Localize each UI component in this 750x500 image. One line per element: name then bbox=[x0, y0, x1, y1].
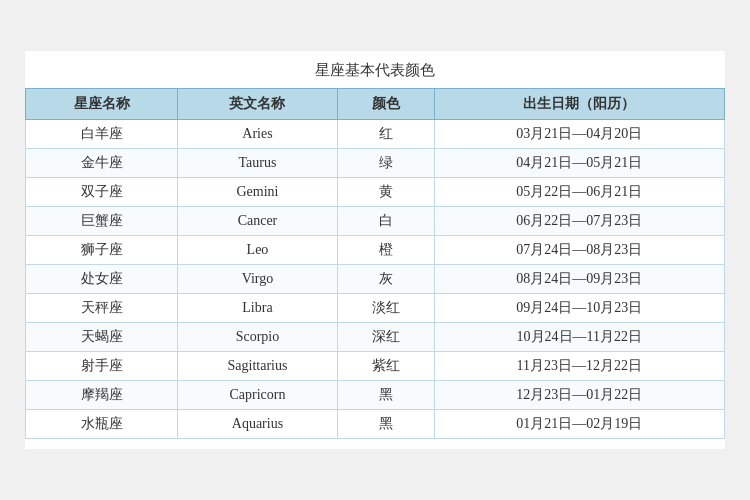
zodiac-color: 深红 bbox=[337, 323, 434, 352]
zodiac-english: Aquarius bbox=[178, 410, 338, 439]
zodiac-dates: 07月24日—08月23日 bbox=[434, 236, 724, 265]
zodiac-color: 绿 bbox=[337, 149, 434, 178]
col-header-english: 英文名称 bbox=[178, 89, 338, 120]
zodiac-dates: 03月21日—04月20日 bbox=[434, 120, 724, 149]
zodiac-name: 天秤座 bbox=[26, 294, 178, 323]
table-header-row: 星座名称 英文名称 颜色 出生日期（阳历） bbox=[26, 89, 725, 120]
table-row: 天秤座Libra淡红09月24日—10月23日 bbox=[26, 294, 725, 323]
table-row: 巨蟹座Cancer白06月22日—07月23日 bbox=[26, 207, 725, 236]
zodiac-english: Sagittarius bbox=[178, 352, 338, 381]
zodiac-english: Capricorn bbox=[178, 381, 338, 410]
zodiac-name: 白羊座 bbox=[26, 120, 178, 149]
zodiac-name: 狮子座 bbox=[26, 236, 178, 265]
zodiac-table: 星座名称 英文名称 颜色 出生日期（阳历） 白羊座Aries红03月21日—04… bbox=[25, 88, 725, 439]
zodiac-dates: 04月21日—05月21日 bbox=[434, 149, 724, 178]
zodiac-name: 摩羯座 bbox=[26, 381, 178, 410]
zodiac-color: 白 bbox=[337, 207, 434, 236]
zodiac-color: 紫红 bbox=[337, 352, 434, 381]
table-row: 双子座Gemini黄05月22日—06月21日 bbox=[26, 178, 725, 207]
table-row: 狮子座Leo橙07月24日—08月23日 bbox=[26, 236, 725, 265]
zodiac-color: 黑 bbox=[337, 410, 434, 439]
zodiac-english: Aries bbox=[178, 120, 338, 149]
zodiac-color: 黑 bbox=[337, 381, 434, 410]
zodiac-dates: 12月23日—01月22日 bbox=[434, 381, 724, 410]
zodiac-dates: 05月22日—06月21日 bbox=[434, 178, 724, 207]
table-row: 天蝎座Scorpio深红10月24日—11月22日 bbox=[26, 323, 725, 352]
zodiac-color: 橙 bbox=[337, 236, 434, 265]
zodiac-english: Taurus bbox=[178, 149, 338, 178]
zodiac-name: 水瓶座 bbox=[26, 410, 178, 439]
page-title: 星座基本代表颜色 bbox=[25, 61, 725, 80]
zodiac-dates: 01月21日—02月19日 bbox=[434, 410, 724, 439]
zodiac-color: 红 bbox=[337, 120, 434, 149]
col-header-color: 颜色 bbox=[337, 89, 434, 120]
zodiac-name: 巨蟹座 bbox=[26, 207, 178, 236]
zodiac-name: 射手座 bbox=[26, 352, 178, 381]
table-row: 金牛座Taurus绿04月21日—05月21日 bbox=[26, 149, 725, 178]
zodiac-dates: 11月23日—12月22日 bbox=[434, 352, 724, 381]
zodiac-dates: 08月24日—09月23日 bbox=[434, 265, 724, 294]
table-row: 白羊座Aries红03月21日—04月20日 bbox=[26, 120, 725, 149]
col-header-name: 星座名称 bbox=[26, 89, 178, 120]
zodiac-english: Cancer bbox=[178, 207, 338, 236]
col-header-dates: 出生日期（阳历） bbox=[434, 89, 724, 120]
zodiac-english: Scorpio bbox=[178, 323, 338, 352]
zodiac-color: 灰 bbox=[337, 265, 434, 294]
table-row: 水瓶座Aquarius黑01月21日—02月19日 bbox=[26, 410, 725, 439]
main-container: 星座基本代表颜色 星座名称 英文名称 颜色 出生日期（阳历） 白羊座Aries红… bbox=[25, 51, 725, 449]
zodiac-color: 黄 bbox=[337, 178, 434, 207]
zodiac-name: 处女座 bbox=[26, 265, 178, 294]
zodiac-name: 天蝎座 bbox=[26, 323, 178, 352]
table-row: 处女座Virgo灰08月24日—09月23日 bbox=[26, 265, 725, 294]
zodiac-english: Leo bbox=[178, 236, 338, 265]
table-row: 射手座Sagittarius紫红11月23日—12月22日 bbox=[26, 352, 725, 381]
zodiac-dates: 06月22日—07月23日 bbox=[434, 207, 724, 236]
zodiac-english: Libra bbox=[178, 294, 338, 323]
zodiac-name: 双子座 bbox=[26, 178, 178, 207]
zodiac-english: Gemini bbox=[178, 178, 338, 207]
zodiac-dates: 10月24日—11月22日 bbox=[434, 323, 724, 352]
zodiac-dates: 09月24日—10月23日 bbox=[434, 294, 724, 323]
zodiac-english: Virgo bbox=[178, 265, 338, 294]
zodiac-color: 淡红 bbox=[337, 294, 434, 323]
zodiac-name: 金牛座 bbox=[26, 149, 178, 178]
table-row: 摩羯座Capricorn黑12月23日—01月22日 bbox=[26, 381, 725, 410]
